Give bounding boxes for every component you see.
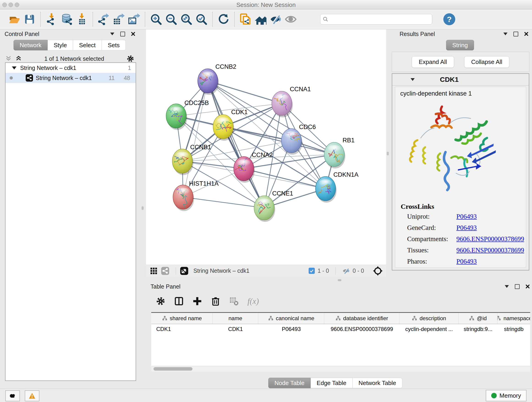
- column-header[interactable]: namespace: [497, 313, 530, 324]
- cloud-icon: [9, 393, 16, 399]
- delete-column-icon[interactable]: [211, 296, 220, 306]
- splitter-handle[interactable]: [142, 206, 144, 210]
- network-node[interactable]: CDC6: [281, 123, 316, 155]
- column-header[interactable]: shared name: [151, 313, 213, 324]
- new-network-from-selection-button[interactable]: [238, 12, 253, 27]
- panel-menu-icon[interactable]: [503, 32, 507, 35]
- network-view-toolbar: String Network – cdk1 1 - 0 0 - 0: [146, 265, 386, 277]
- add-column-icon[interactable]: [192, 296, 202, 306]
- tab-edge-table[interactable]: Edge Table: [311, 378, 353, 388]
- node-table[interactable]: shared name name canonical name database…: [151, 312, 530, 366]
- close-panel-icon[interactable]: [131, 32, 135, 36]
- zoom-fit-button[interactable]: [179, 12, 194, 27]
- collection-expand-icon[interactable]: [12, 66, 17, 70]
- network-node[interactable]: HIST1H1A: [173, 180, 219, 211]
- help-button[interactable]: ?: [443, 13, 455, 25]
- export-table-button[interactable]: [111, 12, 127, 27]
- close-panel-icon[interactable]: [524, 32, 528, 36]
- export-network-button[interactable]: [96, 12, 111, 27]
- tab-sets[interactable]: Sets: [102, 40, 126, 51]
- uniprot-link[interactable]: P06493: [456, 213, 477, 220]
- network-collection-row[interactable]: String Network – cdk1 1: [6, 63, 136, 73]
- separator: [336, 267, 336, 275]
- entry-expand-icon[interactable]: [411, 78, 415, 81]
- pharos-link[interactable]: P06493: [456, 258, 477, 265]
- genecard-link[interactable]: P06493: [456, 224, 477, 231]
- import-table-icon: [76, 13, 88, 25]
- save-session-button[interactable]: [22, 12, 37, 27]
- hide-selected-button[interactable]: [268, 12, 283, 27]
- network-node[interactable]: CDKN1A: [313, 171, 359, 203]
- open-session-button[interactable]: [7, 12, 22, 27]
- network-node[interactable]: CCNA2: [234, 152, 273, 183]
- float-panel-icon[interactable]: [515, 284, 520, 289]
- import-network-database-button[interactable]: [59, 12, 74, 27]
- float-panel-icon[interactable]: [120, 32, 125, 36]
- column-header[interactable]: canonical name: [258, 313, 324, 324]
- tab-network[interactable]: Network: [13, 40, 48, 51]
- panel-menu-icon[interactable]: [505, 285, 509, 288]
- warning-icon: [29, 393, 36, 399]
- column-header[interactable]: description: [399, 313, 458, 324]
- export-image-button[interactable]: [127, 12, 142, 27]
- tab-string[interactable]: String: [446, 40, 474, 51]
- network-row[interactable]: String Network – cdk1 11 48: [6, 73, 136, 83]
- apply-layout-button[interactable]: [216, 12, 231, 27]
- splitter-handle[interactable]: [387, 152, 389, 155]
- search-field[interactable]: [320, 14, 432, 25]
- hidden-counts: 0 - 0: [353, 268, 364, 274]
- import-network-file-button[interactable]: [44, 12, 59, 27]
- network-node[interactable]: RB1: [324, 137, 355, 168]
- zoom-in-button[interactable]: [148, 12, 164, 27]
- network-node[interactable]: CCNB2: [198, 63, 236, 95]
- network-tree: String Network – cdk1 1 String Network –…: [5, 62, 136, 381]
- column-header[interactable]: database identifier: [324, 313, 399, 324]
- tab-network-table[interactable]: Network Table: [353, 378, 402, 388]
- network-options-gear-icon[interactable]: [127, 55, 134, 63]
- show-columns-icon[interactable]: [174, 296, 184, 306]
- open-in-window-icon[interactable]: [180, 266, 189, 275]
- network-view: CCNB2CCNA1CDC25BCDK1CDC6RB1CCNB1CCNA2CDK…: [139, 29, 389, 280]
- close-panel-icon[interactable]: [526, 284, 530, 288]
- birds-eye-view-icon[interactable]: [149, 266, 158, 275]
- node-label: CCNE1: [272, 190, 293, 197]
- export-image-icon: [128, 13, 140, 25]
- cloud-status-button[interactable]: [5, 390, 20, 401]
- horizontal-scrollbar[interactable]: [151, 366, 530, 372]
- tab-node-table[interactable]: Node Table: [268, 378, 311, 388]
- tab-style[interactable]: Style: [48, 40, 73, 51]
- zoom-out-button[interactable]: [164, 12, 179, 27]
- collapse-all-icon[interactable]: [5, 55, 12, 62]
- float-panel-icon[interactable]: [513, 32, 518, 36]
- first-neighbors-button[interactable]: [253, 12, 268, 27]
- expand-all-icon[interactable]: [15, 55, 22, 62]
- network-node[interactable]: CCNE1: [254, 190, 293, 222]
- panel-menu-icon[interactable]: [110, 32, 114, 35]
- collapse-all-button[interactable]: Collapse All: [464, 56, 510, 68]
- table-options-gear-icon[interactable]: [156, 296, 165, 306]
- network-graph[interactable]: CCNB2CCNA1CDC25BCDK1CDC6RB1CCNB1CCNA2CDK…: [146, 29, 386, 265]
- tissues-link[interactable]: 9606.ENSP00000378699: [456, 246, 524, 254]
- shared-column-icon: [469, 316, 475, 321]
- show-all-button[interactable]: [283, 12, 298, 27]
- toolbar-separator: [145, 12, 145, 27]
- splitter-handle[interactable]: [338, 279, 341, 281]
- pan-crosshair-icon[interactable]: [373, 266, 383, 276]
- network-canvas[interactable]: CCNB2CCNA1CDC25BCDK1CDC6RB1CCNB1CCNA2CDK…: [146, 29, 386, 265]
- import-table-button[interactable]: [74, 12, 89, 27]
- network-node[interactable]: CCNB1: [172, 144, 211, 175]
- table-row[interactable]: CDK1 CDK1 P06493 9606.ENSP00000378699 cy…: [151, 324, 530, 334]
- network-badge-icon[interactable]: [161, 266, 170, 275]
- memory-button[interactable]: Memory: [486, 390, 526, 401]
- warnings-button[interactable]: [25, 390, 39, 401]
- scrollbar-thumb[interactable]: [153, 367, 192, 370]
- entry-header[interactable]: CDK1: [392, 74, 529, 85]
- column-header[interactable]: name: [213, 313, 258, 324]
- column-header[interactable]: @id: [459, 313, 497, 324]
- compartments-link[interactable]: 9606.ENSP00000378699: [456, 235, 524, 242]
- zoom-selected-button[interactable]: [194, 12, 209, 27]
- tab-select[interactable]: Select: [73, 40, 102, 51]
- search-input[interactable]: [330, 16, 430, 23]
- selected-checkbox-icon[interactable]: [309, 268, 315, 274]
- expand-all-button[interactable]: Expand All: [412, 56, 454, 68]
